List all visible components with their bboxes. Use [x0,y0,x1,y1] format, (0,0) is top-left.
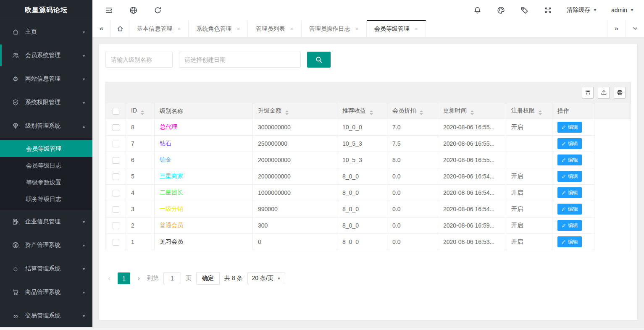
edit-button[interactable]: 编辑 [557,171,582,182]
column-header-register[interactable]: 注册权限 [506,103,552,119]
sidebar-item-level-system[interactable]: 级别管理系统▴ [0,114,92,138]
tab-home-button[interactable] [111,20,129,37]
edit-button[interactable]: 编辑 [557,138,582,149]
tag-button[interactable] [520,5,529,15]
horizontal-scrollbar[interactable] [0,327,644,330]
goto-label: 到第 [147,275,159,282]
palette-button[interactable] [496,5,505,15]
user-dropdown[interactable]: admin ▼ [611,7,634,13]
sidebar-subitem-level-params[interactable]: 等级参数设置 [0,174,92,191]
refresh-button[interactable] [153,5,162,15]
tag-icon [520,6,528,14]
sidebar-item-asset-system[interactable]: 资产管理系统▾ [0,233,92,257]
cell-level-name: 见习会员 [155,234,253,250]
tabs-scroll-left-button[interactable]: « [92,20,111,37]
confirm-page-button[interactable]: 确定 [196,272,220,285]
edit-button[interactable]: 编辑 [557,122,582,133]
close-icon[interactable]: × [237,26,240,32]
close-icon[interactable]: × [355,26,359,32]
level-name-link[interactable]: 三星商家 [160,173,183,179]
sidebar-subitem-position-level-log[interactable]: 职务等级日志 [0,191,92,207]
select-all-checkbox[interactable] [113,108,119,115]
cell-member-discount: 7.5 [387,136,438,152]
tab-member-levels[interactable]: 会员等级管理× [367,20,426,37]
globe-button[interactable] [129,5,138,15]
goto-page-input[interactable] [163,272,181,284]
fullscreen-button[interactable] [543,5,552,15]
export-button[interactable] [598,87,610,99]
level-name-link[interactable]: 总代理 [160,123,177,130]
print-button[interactable] [614,87,626,99]
sidebar-item-trade-system[interactable]: ∞交易管理系统▾ [0,304,92,327]
filter-columns-button[interactable] [582,87,594,99]
page-1-button[interactable]: 1 [118,272,130,284]
cell-update-time: 2020-08-06 16:55... [438,119,506,136]
page-unit-label: 页 [186,275,192,282]
sidebar-subitem-member-level-manage[interactable]: 会员等级管理 [0,140,92,157]
bell-button[interactable] [473,5,482,15]
row-checkbox[interactable] [113,157,119,164]
row-checkbox[interactable] [113,141,119,147]
sidebar-item-goods-system[interactable]: 商品管理系统▾ [0,280,92,304]
sort-icon[interactable] [539,110,542,115]
menu-collapse-button[interactable] [104,5,113,15]
tabs-menu-button[interactable] [626,20,644,37]
column-header-referral[interactable]: 推荐收益 [337,103,387,119]
sort-icon[interactable] [471,110,474,115]
sidebar-item-label: 交易管理系统 [25,312,83,320]
cell-action: 编辑 [552,217,594,234]
column-header-discount[interactable]: 会员折扣 [387,103,438,119]
page-size-select[interactable]: 20 条/页 ▼ [247,272,285,284]
sort-icon[interactable] [420,110,423,115]
sidebar-item-system-permission[interactable]: 系统权限管理▾ [0,91,92,114]
sort-icon[interactable] [141,110,144,115]
close-icon[interactable]: × [415,26,418,32]
edit-button[interactable]: 编辑 [557,155,582,165]
sidebar-item-site-info[interactable]: ⚙网站信息管理▾ [0,67,92,91]
sidebar-item-member-system[interactable]: 会员系统管理▾ [0,44,92,67]
edit-button[interactable]: 编辑 [557,220,582,231]
column-header-updated[interactable]: 更新时间 [438,103,506,119]
tabs-scroll-right-button[interactable]: » [607,20,626,37]
edit-button[interactable]: 编辑 [557,204,582,215]
level-name-link[interactable]: 普通会员 [160,222,183,228]
row-checkbox[interactable] [113,190,119,196]
edit-button[interactable]: 编辑 [557,236,582,247]
create-date-input[interactable] [179,52,301,68]
close-icon[interactable]: × [177,26,181,32]
column-header-amount[interactable]: 升级金额 [253,103,337,119]
row-checkbox[interactable] [113,239,119,246]
sidebar-item-label: 结算管理系统 [25,265,83,272]
level-name-link[interactable]: 一级分销 [160,205,183,212]
search-button[interactable] [307,52,331,68]
row-checkbox[interactable] [113,173,119,180]
level-name-link[interactable]: 钻石 [160,140,171,147]
sidebar-item-home[interactable]: 主页▾ [0,20,92,44]
level-name-link[interactable]: 二星团长 [160,189,183,196]
tab-admin-list[interactable]: 管理员列表× [248,20,301,37]
edit-button[interactable]: 编辑 [557,187,582,198]
column-header-id[interactable]: ID [126,103,155,119]
close-icon[interactable]: × [290,26,293,32]
sort-icon[interactable] [370,110,373,115]
sort-icon[interactable] [285,110,289,115]
level-name-input[interactable] [105,52,173,68]
level-name-link[interactable]: 见习会员 [160,238,183,245]
row-checkbox[interactable] [113,206,119,213]
pencil-icon [561,157,566,162]
cell-referral-income: 10_5_3 [337,136,387,152]
level-name-link[interactable]: 铂金 [160,156,171,163]
tab-admin-op-logs[interactable]: 管理员操作日志× [302,20,367,37]
prev-page-button[interactable]: ‹ [105,274,113,283]
sidebar-subitem-member-level-log[interactable]: 会员等级日志 [0,157,92,174]
sidebar-item-enterprise-info[interactable]: 企业信息管理▾ [0,210,92,233]
clear-cache-dropdown[interactable]: 清除缓存 ▼ [567,6,597,14]
tab-basic-info[interactable]: 基本信息管理× [129,20,189,37]
table-row: 2普通会员3008_0_00.02020-08-06 16:59...开启编辑 [106,217,631,234]
sidebar-item-settlement-system[interactable]: ☺结算管理系统▾ [0,257,92,280]
row-checkbox[interactable] [113,223,119,229]
cell-id: 5 [126,168,155,185]
next-page-button[interactable]: › [135,274,142,283]
row-checkbox[interactable] [113,124,119,131]
tab-system-roles[interactable]: 系统角色管理× [189,20,248,37]
